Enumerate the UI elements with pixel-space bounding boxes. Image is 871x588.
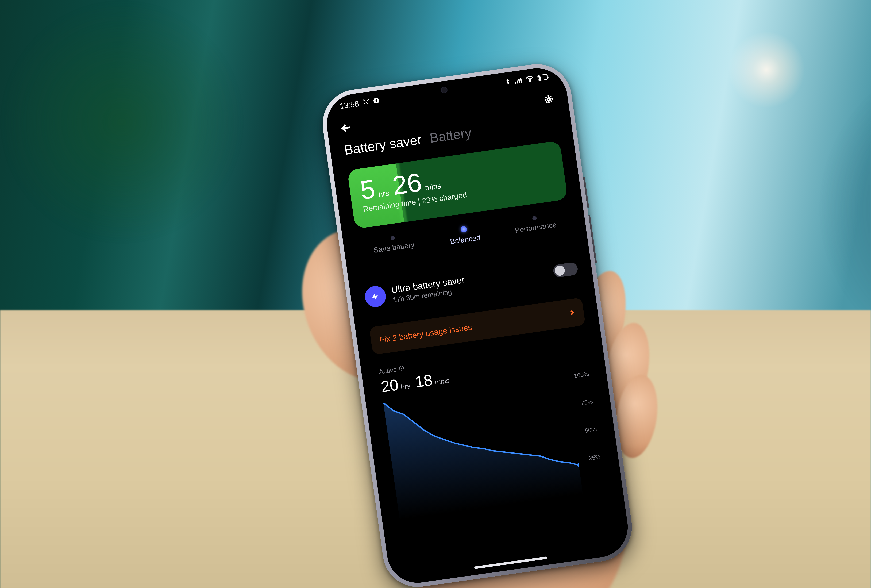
svg-rect-8 <box>538 76 541 80</box>
facebook-notification-icon <box>373 96 380 106</box>
mode-dot <box>391 236 395 241</box>
y-tick: 75% <box>581 398 593 407</box>
toggle-knob <box>554 265 566 277</box>
battery-status-icon <box>537 73 549 83</box>
remaining-mins-unit: mins <box>425 181 442 192</box>
alarm-icon <box>362 98 370 107</box>
tab-battery[interactable]: Battery <box>429 125 473 146</box>
cellular-signal-icon <box>514 76 523 86</box>
active-mins-unit: mins <box>434 377 450 386</box>
mode-save-battery[interactable]: Save battery <box>357 231 430 257</box>
svg-rect-3 <box>516 81 518 84</box>
active-label: Active <box>379 366 397 376</box>
fix-label: Fix 2 battery usage issues <box>379 322 473 345</box>
active-mins: 18 <box>414 371 434 391</box>
y-tick: 100% <box>573 371 590 380</box>
chart-svg <box>383 377 583 520</box>
status-time: 13:58 <box>339 99 359 111</box>
active-hours: 20 <box>380 376 400 396</box>
svg-rect-2 <box>515 82 516 84</box>
svg-point-10 <box>547 98 550 101</box>
y-tick: 25% <box>588 453 601 462</box>
chevron-right-icon <box>569 308 576 318</box>
mode-performance[interactable]: Performance <box>499 211 572 236</box>
remaining-hours-unit: hrs <box>378 189 389 199</box>
mode-label: Save battery <box>373 241 415 254</box>
bluetooth-icon <box>504 78 511 87</box>
ultra-toggle[interactable] <box>552 262 579 278</box>
svg-rect-4 <box>518 79 520 84</box>
mode-dot <box>460 226 467 233</box>
back-button[interactable] <box>341 122 352 135</box>
battery-usage-chart[interactable]: 100% 75% 50% 25% <box>383 374 604 513</box>
mode-dot <box>532 216 537 221</box>
mode-balanced[interactable]: Balanced <box>428 221 501 248</box>
active-hours-unit: hrs <box>400 382 411 391</box>
wifi-icon <box>525 75 534 84</box>
y-tick: 50% <box>584 426 597 434</box>
mode-label: Performance <box>515 221 557 235</box>
svg-rect-5 <box>520 78 522 83</box>
svg-point-6 <box>530 81 531 82</box>
remaining-hours: 5 <box>359 175 377 203</box>
remaining-mins: 26 <box>391 169 423 199</box>
settings-button[interactable] <box>543 94 554 106</box>
mode-label: Balanced <box>449 233 481 246</box>
info-icon[interactable] <box>398 365 405 373</box>
lightning-bolt-icon <box>364 285 387 308</box>
